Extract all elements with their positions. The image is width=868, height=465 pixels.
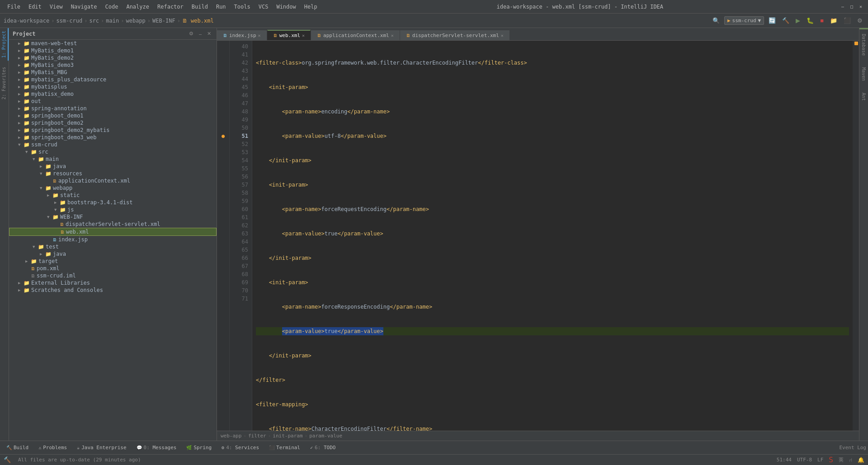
tree-item-maven-web-test[interactable]: ▶📁maven-web-test	[9, 40, 217, 47]
menu-navigate[interactable]: Navigate	[67, 3, 101, 11]
bottom-tab-java-enterprise[interactable]: ☕ Java Enterprise	[72, 444, 131, 451]
sidebar-tab-favorites[interactable]: 2: Favorites	[0, 64, 9, 102]
run-btn[interactable]: ▶	[794, 16, 802, 25]
tree-item-springboot3[interactable]: ▶📁springboot_demo3_web	[9, 134, 217, 141]
debug-btn[interactable]: 🐛	[805, 16, 816, 25]
tab-close-btn[interactable]: ✕	[302, 33, 305, 38]
minimize-button[interactable]: —	[839, 3, 846, 10]
bottom-tab-terminal[interactable]: ⬛ Terminal	[264, 444, 305, 451]
tab-dispatcher[interactable]: 🗎 dispatcherServlet-servlet.xml ✕	[400, 30, 509, 40]
close-button[interactable]: ✕	[857, 3, 864, 10]
tree-item-main[interactable]: ▼📁main	[9, 155, 217, 163]
tree-item-appcontext[interactable]: 🗎applicationContext.xml	[9, 177, 217, 184]
tree-item-resources[interactable]: ▼📁resources	[9, 170, 217, 177]
menu-view[interactable]: View	[46, 3, 66, 11]
tree-item-mybatisplus[interactable]: ▶📁mybatisplus	[9, 83, 217, 90]
menu-run[interactable]: Run	[212, 3, 230, 11]
bottom-tab-spring[interactable]: 🌿 Spring	[182, 444, 216, 451]
line-num: 68	[233, 270, 248, 278]
breadcrumb-file[interactable]: 🗎 web.xml	[182, 18, 214, 24]
tree-item-target[interactable]: ▶📁target	[9, 258, 217, 265]
tree-item-indexjsp[interactable]: 🗎index.jsp	[9, 236, 217, 243]
right-tab-maven[interactable]: Maven	[860, 64, 868, 85]
stop-btn[interactable]: ■	[818, 16, 826, 25]
tree-item-mybatis1[interactable]: ▶📁MyBatis_demo1	[9, 47, 217, 54]
cursor-position[interactable]: 51:44	[777, 457, 792, 463]
tree-item-ext-libs[interactable]: ▶📁External Libraries	[9, 279, 217, 287]
right-tab-ant[interactable]: Ant	[860, 89, 868, 104]
breadcrumb-workspace[interactable]: idea-workspace	[4, 18, 49, 24]
right-tab-database[interactable]: Database	[860, 30, 868, 59]
encoding-label[interactable]: UTF-8	[797, 457, 812, 463]
code-content[interactable]: <filter-class>org.springframework.web.fi…	[252, 41, 853, 431]
tree-item-mybatis-plus[interactable]: ▶📁mybatis_plus_datasource	[9, 76, 217, 83]
menu-vcs[interactable]: VCS	[255, 3, 272, 11]
tree-item-src[interactable]: ▼📁src	[9, 148, 217, 155]
breadcrumb-src[interactable]: src	[89, 18, 99, 24]
build-btn[interactable]: 🔨	[780, 16, 791, 25]
sidebar-tab-project[interactable]: 1: Project	[0, 28, 9, 61]
menu-code[interactable]: Code	[102, 3, 122, 11]
settings-btn[interactable]: ⚙	[855, 16, 864, 25]
tree-item-mybatis3[interactable]: ▶📁MyBatis_demo3	[9, 61, 217, 69]
tree-item-pom[interactable]: 🗎pom.xml	[9, 265, 217, 272]
tree-item-out[interactable]: ▶📁out	[9, 98, 217, 105]
project-collapse-btn[interactable]: –	[197, 30, 203, 38]
search-everywhere-btn[interactable]: 🔍	[711, 16, 722, 25]
tree-item-webapp[interactable]: ▼📁webapp	[9, 184, 217, 192]
tree-item-webxml[interactable]: 🗎web.xml	[9, 228, 217, 236]
tree-item-springboot2-mybatis[interactable]: ▶📁springboot_demo2_mybatis	[9, 127, 217, 134]
tab-index-jsp[interactable]: 🗎 index.jsp ✕	[217, 30, 267, 40]
menu-edit[interactable]: Edit	[25, 3, 45, 11]
breadcrumb-module[interactable]: ssm-crud	[56, 18, 82, 24]
tree-arrow-open: ▼	[33, 157, 38, 161]
project-tree[interactable]: ▶📁maven-web-test ▶📁MyBatis_demo1 ▶📁MyBat…	[9, 40, 217, 441]
run-config-dropdown[interactable]: ▶ ssm-crud ▼	[724, 16, 764, 25]
project-settings-btn[interactable]: ⚙	[187, 30, 195, 38]
tab-close-btn[interactable]: ✕	[501, 33, 504, 38]
tree-item-springboot1[interactable]: ▶📁springboot_demo1	[9, 112, 217, 119]
bottom-tab-build[interactable]: 🔨 Build	[2, 444, 33, 451]
bottom-tab-messages[interactable]: 💬 0: Messages	[132, 444, 181, 451]
line-sep-label[interactable]: LF	[817, 457, 823, 463]
menu-analyze[interactable]: Analyze	[123, 3, 153, 11]
tree-item-java[interactable]: ▶📁java	[9, 163, 217, 170]
sync-btn[interactable]: 🔄	[767, 16, 778, 25]
breadcrumb-webapp[interactable]: webapp	[126, 18, 145, 24]
tree-item-js[interactable]: ▼📁js	[9, 206, 217, 213]
tree-item-webinf[interactable]: ▼📁WEB-INF	[9, 213, 217, 221]
project-close-btn[interactable]: ✕	[205, 30, 213, 38]
breadcrumb-main[interactable]: main	[106, 18, 119, 24]
bottom-tab-problems[interactable]: ⚠ Problems	[34, 444, 71, 451]
tree-item-test[interactable]: ▼📁test	[9, 243, 217, 250]
tree-item-test-java[interactable]: ▶📁java	[9, 250, 217, 258]
tree-item-iml[interactable]: 🗎ssm-crud.iml	[9, 272, 217, 279]
tree-item-bootstrap[interactable]: ▶📁bootstrap-3.4.1-dist	[9, 199, 217, 206]
event-log-label[interactable]: Event Log	[839, 445, 866, 451]
tab-web-xml[interactable]: 🗎 web.xml ✕	[267, 30, 311, 40]
terminal-btn[interactable]: ⬛	[842, 16, 853, 25]
menu-build[interactable]: Build	[188, 3, 212, 11]
maximize-button[interactable]: □	[848, 3, 855, 10]
tab-appcontext[interactable]: 🗎 applicationContext.xml ✕	[311, 30, 400, 40]
tree-item-spring-annotation[interactable]: ▶📁spring-annotation	[9, 105, 217, 112]
folder-btn[interactable]: 📁	[828, 16, 839, 25]
menu-refactor[interactable]: Refactor	[154, 3, 187, 11]
tab-close-btn[interactable]: ✕	[391, 33, 394, 38]
bottom-tab-todo[interactable]: ✓ 6: TODO	[306, 444, 340, 451]
menu-window[interactable]: Window	[273, 3, 299, 11]
tree-item-mybatis2[interactable]: ▶📁MyBatis_demo2	[9, 54, 217, 61]
bottom-tab-services[interactable]: ⚙ 4: Services	[217, 444, 264, 451]
tree-item-ssm-crud[interactable]: ▼📁ssm-crud	[9, 141, 217, 148]
breadcrumb-webinf[interactable]: WEB-INF	[152, 18, 175, 24]
tree-item-mybatis-mbg[interactable]: ▶📁MyBatis_MBG	[9, 69, 217, 76]
tree-item-mybatisx[interactable]: ▶📁mybatisx_demo	[9, 90, 217, 98]
menu-file[interactable]: File	[4, 3, 24, 11]
tree-item-dispatcher[interactable]: 🗎dispatcherServlet-servlet.xml	[9, 221, 217, 228]
menu-help[interactable]: Help	[301, 3, 321, 11]
tree-item-springboot2[interactable]: ▶📁springboot_demo2	[9, 119, 217, 127]
menu-tools[interactable]: Tools	[231, 3, 254, 11]
tree-item-static[interactable]: ▶📁static	[9, 192, 217, 199]
tree-item-scratches[interactable]: ▶📁Scratches and Consoles	[9, 287, 217, 294]
tab-close-btn[interactable]: ✕	[258, 33, 261, 38]
